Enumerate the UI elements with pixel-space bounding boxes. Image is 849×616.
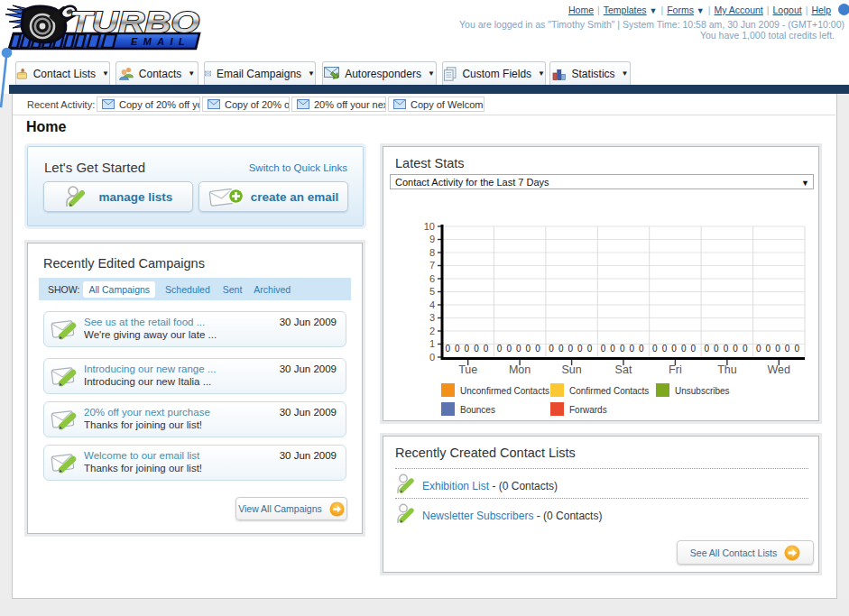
svg-text:Mon: Mon (509, 363, 531, 376)
svg-text:0: 0 (724, 344, 729, 354)
svg-text:0: 0 (429, 352, 435, 363)
svg-text:0: 0 (652, 344, 658, 354)
svg-text:0: 0 (601, 344, 606, 354)
svg-text:5: 5 (429, 286, 435, 297)
svg-text:Wed: Wed (768, 363, 791, 376)
svg-text:0: 0 (445, 344, 450, 354)
svg-text:1: 1 (429, 338, 435, 349)
svg-text:0: 0 (516, 344, 521, 354)
svg-text:0: 0 (558, 344, 564, 354)
svg-text:3: 3 (429, 312, 435, 323)
svg-text:0: 0 (775, 344, 780, 354)
svg-text:0: 0 (681, 344, 687, 354)
svg-text:0: 0 (756, 344, 761, 354)
svg-text:0: 0 (785, 344, 790, 354)
svg-text:10: 10 (424, 221, 435, 232)
svg-text:0: 0 (497, 344, 503, 354)
svg-text:0: 0 (549, 344, 554, 354)
svg-text:8: 8 (429, 247, 435, 258)
svg-text:0: 0 (639, 344, 644, 354)
svg-text:6: 6 (429, 273, 435, 284)
svg-text:0: 0 (766, 344, 771, 354)
svg-text:0: 0 (671, 344, 677, 354)
svg-text:0: 0 (455, 344, 460, 354)
svg-text:Sat: Sat (615, 363, 632, 376)
svg-text:0: 0 (568, 344, 574, 354)
svg-text:Sun: Sun (561, 363, 581, 376)
svg-text:0: 0 (630, 344, 635, 354)
svg-text:9: 9 (429, 234, 435, 244)
svg-text:0: 0 (794, 344, 799, 354)
svg-text:0: 0 (535, 344, 540, 354)
svg-text:0: 0 (484, 344, 489, 354)
svg-text:0: 0 (465, 344, 470, 354)
svg-text:Tue: Tue (458, 363, 477, 376)
svg-text:0: 0 (526, 344, 531, 354)
svg-text:0: 0 (506, 344, 512, 354)
svg-text:Thu: Thu (717, 363, 737, 376)
svg-text:0: 0 (577, 344, 583, 354)
svg-text:2: 2 (429, 326, 435, 336)
svg-text:0: 0 (733, 344, 738, 354)
svg-text:Fri: Fri (669, 363, 682, 376)
svg-text:0: 0 (714, 344, 719, 354)
svg-text:0: 0 (620, 344, 625, 354)
svg-text:0: 0 (587, 344, 593, 354)
svg-text:0: 0 (705, 344, 710, 354)
svg-text:TURBO: TURBO (69, 5, 199, 39)
svg-text:0: 0 (610, 344, 615, 354)
svg-text:7: 7 (429, 260, 435, 271)
svg-text:0: 0 (474, 344, 479, 354)
svg-text:0: 0 (743, 344, 748, 354)
svg-text:0: 0 (691, 344, 697, 354)
svg-text:0: 0 (662, 344, 668, 354)
svg-text:4: 4 (429, 299, 435, 310)
